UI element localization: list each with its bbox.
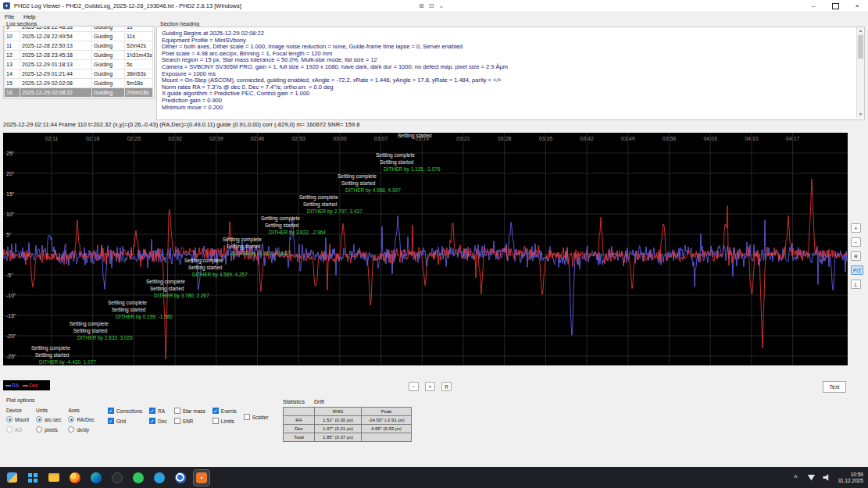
checkbox-corrections[interactable]: ✓Corrections bbox=[108, 408, 142, 414]
log-section-row[interactable]: 92025-12-28 22:48:53Guiding1s bbox=[5, 26, 153, 32]
settling-event-label: Settling complete bbox=[223, 237, 262, 243]
settling-event-label: Settling started bbox=[341, 180, 376, 187]
chart-side-controls: +−RP/ZL bbox=[851, 223, 863, 289]
scroll-down-icon[interactable]: ▼ bbox=[857, 111, 864, 118]
log-sections-panel[interactable]: 92025-12-28 22:48:53Guiding1s102025-12-2… bbox=[3, 26, 155, 99]
checkbox-ra[interactable]: ✓RA bbox=[149, 408, 167, 414]
phd2-log-viewer-window: PHD2 Log Viewer - PHD2_GuideLog_2025-12-… bbox=[0, 0, 868, 488]
chart-control---button[interactable]: − bbox=[851, 237, 861, 247]
y-tick-label: -15" bbox=[6, 313, 16, 319]
green-app-icon[interactable] bbox=[130, 469, 147, 486]
close-button[interactable]: × bbox=[846, 0, 868, 12]
statistics-title: Statistics bbox=[283, 399, 305, 404]
tray-network-icon[interactable] bbox=[806, 473, 816, 483]
minimize-button[interactable]: – bbox=[802, 0, 824, 12]
heading-line: Minimum move = 0.200 bbox=[162, 105, 855, 112]
settling-event-label: Settling started bbox=[303, 201, 338, 208]
guide-chart[interactable]: 02:1102:1802:2502:3202:3902:4602:5303:00… bbox=[3, 133, 848, 365]
radio-ra-dec-label: RA/Dec bbox=[77, 417, 94, 422]
checkbox-grid-label: Grid bbox=[116, 419, 126, 424]
log-section-row[interactable]: 132025-12-29 01:18:13Guiding5s bbox=[5, 60, 153, 69]
radio-mount-label: Mount bbox=[15, 417, 29, 422]
statistics-table: RMSPeakRA1.51" (0.30 px)-14.50" (-2.91 p… bbox=[283, 407, 412, 442]
checkbox-snr[interactable]: SNR bbox=[174, 418, 205, 424]
chart-control---button[interactable]: − bbox=[409, 382, 419, 391]
chart-control---button[interactable]: + bbox=[851, 223, 861, 233]
chart-control-l-button[interactable]: L bbox=[851, 280, 861, 289]
radio-ao[interactable]: AO bbox=[6, 426, 29, 433]
settling-event-label: Settling started bbox=[188, 265, 223, 271]
y-tick-label: 15" bbox=[6, 191, 15, 197]
widgets-icon[interactable] bbox=[3, 469, 20, 486]
fullscreen-icon[interactable]: ⊡ bbox=[429, 1, 434, 11]
radio-arc-sec[interactable]: arc-sec bbox=[36, 416, 61, 422]
checkbox-dec[interactable]: ✓Dec bbox=[149, 418, 167, 424]
grid-icon[interactable]: ⊞ bbox=[419, 1, 424, 11]
settling-event-label: Settling complete bbox=[108, 300, 147, 306]
drift-toggle[interactable]: Drift bbox=[314, 399, 324, 404]
checkbox-grid[interactable]: ✓Grid bbox=[108, 418, 142, 424]
x-tick-label: 03:35 bbox=[539, 136, 553, 141]
search-app-icon[interactable] bbox=[172, 469, 189, 486]
tray-expand-icon[interactable] bbox=[791, 473, 800, 483]
settling-event-label: Settling started bbox=[398, 133, 432, 139]
plot-option-groups: DeviceMountAOUnitsarc-secpixelsAxesRA/De… bbox=[6, 408, 102, 436]
radio-mount[interactable]: Mount bbox=[6, 416, 29, 422]
checkbox-scatter[interactable]: Scatter bbox=[244, 414, 269, 420]
radio-dx-dy-label: dx/dy bbox=[77, 427, 89, 433]
log-section-row[interactable]: 102025-12-28 22:49:54Guiding11s bbox=[5, 32, 153, 41]
taskbar-clock[interactable]: 10:59 31.12.2025 bbox=[838, 472, 863, 484]
heading-line: X guide algorithm = Predictive PEC, Cont… bbox=[162, 91, 855, 98]
menu-file[interactable]: File bbox=[0, 13, 19, 20]
tray-volume-icon[interactable] bbox=[822, 473, 831, 483]
start-icon[interactable] bbox=[24, 469, 41, 486]
maximize-button[interactable] bbox=[824, 0, 846, 12]
browser-icon[interactable] bbox=[109, 469, 126, 486]
log-section-row[interactable]: 122025-12-28 23:45:18Guiding1h31m43s bbox=[5, 51, 153, 60]
checkbox-ra-label: RA bbox=[158, 408, 165, 414]
scroll-up-icon[interactable]: ▲ bbox=[857, 27, 864, 34]
text-button[interactable]: Text bbox=[823, 381, 846, 393]
guide-chart-area[interactable]: 02:1102:1802:2502:3202:3902:4602:5303:00… bbox=[3, 133, 848, 365]
checkbox-corrections-icon: ✓ bbox=[108, 408, 114, 414]
chevron-down-icon[interactable]: ⌄ bbox=[438, 1, 444, 11]
radio-dx-dy[interactable]: dx/dy bbox=[68, 426, 94, 433]
file-explorer-icon[interactable] bbox=[45, 469, 63, 486]
checkbox-column: Scatter bbox=[244, 414, 269, 428]
chart-control-p-z-button[interactable]: P/Z bbox=[851, 265, 863, 275]
y-tick-label: 25" bbox=[6, 151, 15, 156]
radio-pixels[interactable]: pixels bbox=[36, 426, 61, 433]
radio-ao-icon bbox=[6, 426, 13, 433]
checkbox-limits[interactable]: Limits bbox=[213, 418, 237, 424]
chart-control-r-button[interactable]: R bbox=[441, 382, 452, 391]
checkbox-dec-label: Dec bbox=[158, 419, 167, 424]
edge-icon[interactable] bbox=[88, 469, 105, 486]
log-section-row[interactable]: 112025-12-28 22:50:13Guiding52m42s bbox=[5, 41, 153, 51]
firefox-icon[interactable] bbox=[66, 469, 84, 486]
scrollbar-thumb[interactable] bbox=[858, 35, 863, 59]
checkbox-star-mass[interactable]: Star mass bbox=[174, 408, 205, 414]
log-sections-table: 92025-12-28 22:48:53Guiding1s102025-12-2… bbox=[4, 26, 153, 98]
checkbox-events[interactable]: ✓Events bbox=[213, 408, 237, 414]
log-section-row[interactable]: 152025-12-29 02:02:08Guiding5m18s bbox=[5, 79, 153, 88]
menu-bar: FileHelp bbox=[0, 12, 868, 21]
heading-scrollbar[interactable]: ▲ ▼ bbox=[856, 27, 864, 118]
x-tick-label: 03:42 bbox=[580, 136, 594, 141]
chart-control-r-button[interactable]: R bbox=[851, 251, 861, 261]
x-tick-label: 03:00 bbox=[333, 136, 347, 141]
log-section-row[interactable]: 162025-12-29 02:08:22Guiding2h9m18s bbox=[5, 88, 153, 98]
checkbox-limits-label: Limits bbox=[221, 419, 234, 424]
heading-line: Guiding Begins at 2025-12-29 02:08:22 bbox=[162, 30, 855, 37]
checkbox-column: ✓EventsLimits bbox=[213, 408, 237, 428]
radio-ra-dec[interactable]: RA/Dec bbox=[68, 416, 94, 422]
chart-control---button[interactable]: + bbox=[425, 382, 435, 391]
phd2-logviewer-icon[interactable] bbox=[193, 469, 210, 486]
settling-event-label: Settling complete bbox=[31, 345, 70, 351]
heading-line: Prediction gain = 0.900 bbox=[162, 98, 855, 105]
section-heading-panel: Guiding Begins at 2025-12-29 02:08:22Equ… bbox=[156, 27, 865, 120]
option-group-axes: AxesRA/Decdx/dy bbox=[68, 408, 94, 436]
menu-help[interactable]: Help bbox=[19, 13, 40, 20]
telegram-icon[interactable] bbox=[151, 469, 168, 486]
y-tick-label: -10" bbox=[6, 293, 16, 298]
log-section-row[interactable]: 142025-12-29 01:21:44Guiding38m53s bbox=[5, 69, 153, 79]
